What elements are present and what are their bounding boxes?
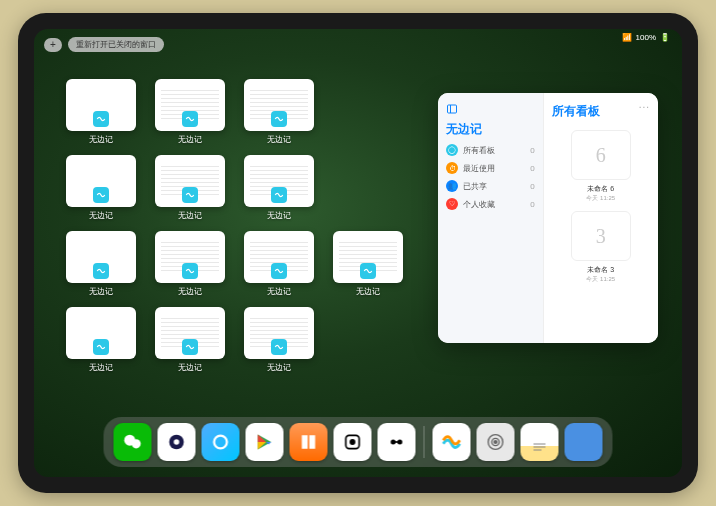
reopen-closed-window-button[interactable]: 重新打开已关闭的窗口 [68, 37, 164, 52]
svg-point-8 [350, 440, 354, 444]
window-label: 无边记 [267, 134, 291, 145]
status-bar: 📶 100% 🔋 [622, 33, 670, 42]
window-label: 无边记 [178, 362, 202, 373]
popover-left-title: 无边记 [446, 121, 535, 138]
dock-separator [424, 426, 425, 458]
window-thumbnail[interactable]: 无边记 [62, 307, 139, 373]
window-label: 无边记 [267, 210, 291, 221]
svg-point-3 [132, 439, 141, 448]
svg-point-14 [494, 441, 497, 444]
freeform-icon[interactable] [433, 423, 471, 461]
freeform-app-icon [93, 187, 109, 203]
window-thumbnail[interactable]: 无边记 [151, 155, 228, 221]
window-thumbnail[interactable]: 无边记 [62, 155, 139, 221]
popover-content: 所有看板 6未命名 6今天 11:253未命名 3今天 11:25 [544, 93, 658, 343]
wechat-icon[interactable] [114, 423, 152, 461]
freeform-app-icon [360, 263, 376, 279]
board-label: 未命名 6 [552, 184, 650, 194]
play-store-icon[interactable] [246, 423, 284, 461]
window-label: 无边记 [89, 134, 113, 145]
category-icon: ⏱ [446, 162, 458, 174]
window-thumbnail[interactable]: 无边记 [330, 231, 407, 297]
freeform-app-icon [182, 263, 198, 279]
window-label: 无边记 [267, 362, 291, 373]
more-icon[interactable]: ... [639, 99, 650, 110]
svg-rect-0 [448, 105, 457, 113]
category-count: 0 [530, 200, 534, 209]
window-thumbnail[interactable]: 无边记 [62, 231, 139, 297]
window-label: 无边记 [267, 286, 291, 297]
battery-icon: 🔋 [660, 33, 670, 42]
window-label: 无边记 [178, 134, 202, 145]
sidebar-toggle-icon[interactable] [446, 103, 458, 115]
window-thumbnail[interactable]: 无边记 [241, 231, 318, 297]
quark-icon[interactable] [158, 423, 196, 461]
window-thumbnail[interactable]: 无边记 [241, 307, 318, 373]
dice-icon[interactable] [334, 423, 372, 461]
category-icon: ♡ [446, 198, 458, 210]
connect-icon[interactable] [378, 423, 416, 461]
svg-point-5 [174, 439, 180, 445]
popover-sidebar: 无边记 ◯所有看板0⏱最近使用0👥已共享0♡个人收藏0 [438, 93, 544, 343]
svg-point-6 [214, 436, 227, 449]
board-timestamp: 今天 11:25 [552, 194, 650, 203]
freeform-app-icon [182, 111, 198, 127]
category-label: 已共享 [463, 181, 487, 192]
notes-icon[interactable] [521, 423, 559, 461]
screen: 📶 100% 🔋 + 重新打开已关闭的窗口 无边记无边记无边记无边记无边记无边记… [34, 29, 682, 477]
window-thumbnail[interactable]: 无边记 [151, 307, 228, 373]
window-label: 无边记 [356, 286, 380, 297]
category-count: 0 [530, 164, 534, 173]
window-thumbnail[interactable]: 无边记 [151, 79, 228, 145]
app-folder-icon[interactable] [565, 423, 603, 461]
category-item[interactable]: ♡个人收藏0 [446, 198, 535, 210]
board-thumbnail[interactable]: 3 [571, 211, 631, 261]
category-icon: 👥 [446, 180, 458, 192]
battery-label: 100% [636, 33, 656, 42]
category-item[interactable]: ◯所有看板0 [446, 144, 535, 156]
window-grid: 无边记无边记无边记无边记无边记无边记无边记无边记无边记无边记无边记无边记无边记 [62, 79, 407, 373]
category-item[interactable]: ⏱最近使用0 [446, 162, 535, 174]
popover-right-title: 所有看板 [552, 103, 650, 120]
top-bar: + 重新打开已关闭的窗口 [44, 37, 164, 52]
browser-icon[interactable] [202, 423, 240, 461]
window-label: 无边记 [178, 210, 202, 221]
board-label: 未命名 3 [552, 265, 650, 275]
freeform-app-icon [271, 111, 287, 127]
window-label: 无边记 [89, 362, 113, 373]
category-count: 0 [530, 146, 534, 155]
freeform-app-icon [93, 111, 109, 127]
window-thumbnail[interactable]: 无边记 [62, 79, 139, 145]
category-label: 最近使用 [463, 163, 495, 174]
freeform-app-icon [271, 263, 287, 279]
window-label: 无边记 [89, 210, 113, 221]
freeform-app-icon [182, 339, 198, 355]
new-window-button[interactable]: + [44, 38, 62, 52]
freeform-app-icon [271, 339, 287, 355]
category-label: 所有看板 [463, 145, 495, 156]
freeform-app-icon [93, 339, 109, 355]
freeform-app-icon [93, 263, 109, 279]
category-label: 个人收藏 [463, 199, 495, 210]
category-icon: ◯ [446, 144, 458, 156]
dock [104, 417, 613, 467]
category-count: 0 [530, 182, 534, 191]
freeform-popover: ... 无边记 ◯所有看板0⏱最近使用0👥已共享0♡个人收藏0 所有看板 6未命… [438, 93, 658, 343]
window-label: 无边记 [178, 286, 202, 297]
ipad-frame: 📶 100% 🔋 + 重新打开已关闭的窗口 无边记无边记无边记无边记无边记无边记… [18, 13, 698, 493]
freeform-app-icon [182, 187, 198, 203]
board-timestamp: 今天 11:25 [552, 275, 650, 284]
window-thumbnail[interactable]: 无边记 [151, 231, 228, 297]
window-label: 无边记 [89, 286, 113, 297]
category-item[interactable]: 👥已共享0 [446, 180, 535, 192]
books-icon[interactable] [290, 423, 328, 461]
settings-icon[interactable] [477, 423, 515, 461]
window-thumbnail[interactable]: 无边记 [241, 155, 318, 221]
freeform-app-icon [271, 187, 287, 203]
wifi-icon: 📶 [622, 33, 632, 42]
board-thumbnail[interactable]: 6 [571, 130, 631, 180]
window-thumbnail[interactable]: 无边记 [241, 79, 318, 145]
